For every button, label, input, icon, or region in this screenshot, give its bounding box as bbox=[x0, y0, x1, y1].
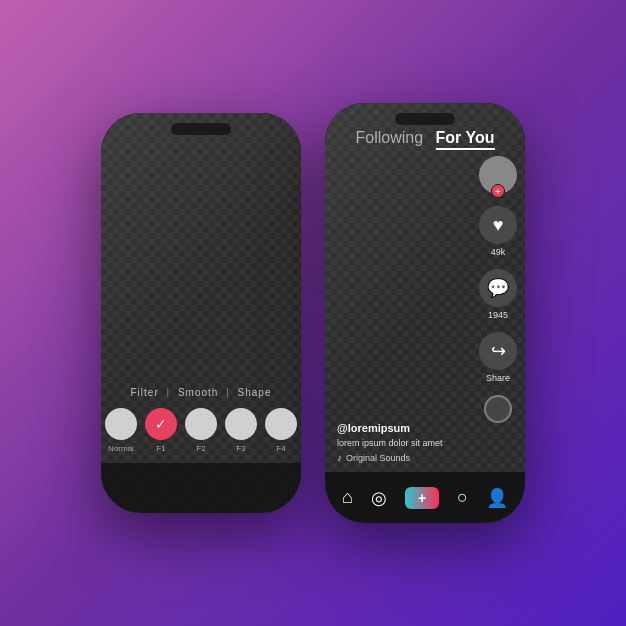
add-button[interactable]: + bbox=[405, 487, 439, 509]
camera-preview bbox=[101, 113, 301, 513]
filter-circles: Normal ✓ F1 F2 F3 bbox=[101, 408, 301, 453]
camera-bottom-nav bbox=[101, 463, 301, 513]
comment-icon: 💬 bbox=[487, 277, 509, 299]
tab-following[interactable]: Following bbox=[355, 129, 423, 146]
filter-sep-1: | bbox=[167, 387, 174, 398]
filter-f4[interactable]: F4 bbox=[265, 408, 297, 453]
tiktok-top-nav: Following For You bbox=[325, 129, 525, 147]
disc-icon[interactable] bbox=[484, 395, 512, 423]
comment-circle[interactable]: 💬 bbox=[479, 269, 517, 307]
filter-labels: Filter | Smooth | Shape bbox=[101, 387, 301, 398]
right-screen: Following For You + ♥ 49k bbox=[325, 103, 525, 523]
video-username[interactable]: @loremipsum bbox=[337, 422, 475, 434]
nav-profile[interactable]: 👤 bbox=[486, 487, 508, 509]
filter-normal-label: Normal bbox=[108, 444, 134, 453]
filter-f1[interactable]: ✓ F1 bbox=[145, 408, 177, 453]
home-icon: ⌂ bbox=[342, 487, 353, 508]
discover-icon: ◎ bbox=[371, 487, 387, 509]
filter-f3-label: F3 bbox=[236, 444, 245, 453]
profile-icon: 👤 bbox=[486, 487, 508, 509]
sound-name: Original Sounds bbox=[346, 453, 410, 463]
phone-left: Filter | Smooth | Shape Normal ✓ bbox=[101, 113, 301, 513]
nav-inbox[interactable]: ○ bbox=[457, 487, 468, 508]
inbox-icon: ○ bbox=[457, 487, 468, 508]
filter-f3-circle[interactable] bbox=[225, 408, 257, 440]
tiktok-bottom-nav: ⌂ ◎ + ○ 👤 bbox=[325, 471, 525, 523]
like-circle[interactable]: ♥ bbox=[479, 206, 517, 244]
tab-for-you[interactable]: For You bbox=[436, 129, 495, 150]
phones-container: Filter | Smooth | Shape Normal ✓ bbox=[101, 103, 525, 523]
nav-discover[interactable]: ◎ bbox=[371, 487, 387, 509]
comments-count: 1945 bbox=[488, 310, 508, 320]
likes-count: 49k bbox=[491, 247, 506, 257]
checkmark-icon: ✓ bbox=[155, 416, 167, 432]
phone-right: Following For You + ♥ 49k bbox=[325, 103, 525, 523]
filter-f2-circle[interactable] bbox=[185, 408, 217, 440]
share-circle[interactable]: ↪ bbox=[479, 332, 517, 370]
filter-normal[interactable]: Normal bbox=[105, 408, 137, 453]
action-like[interactable]: ♥ 49k bbox=[479, 206, 517, 257]
action-avatar[interactable]: + bbox=[479, 156, 517, 194]
shape-label: Shape bbox=[238, 387, 272, 398]
filter-f2-label: F2 bbox=[196, 444, 205, 453]
video-info: @loremipsum lorem ipsum dolor sit amet ♪… bbox=[337, 422, 475, 463]
nav-home[interactable]: ⌂ bbox=[342, 487, 353, 508]
action-disc[interactable] bbox=[484, 395, 512, 423]
avatar-circle[interactable]: + bbox=[479, 156, 517, 194]
share-icon: ↪ bbox=[491, 340, 506, 362]
action-comment[interactable]: 💬 1945 bbox=[479, 269, 517, 320]
filter-normal-circle[interactable] bbox=[105, 408, 137, 440]
filter-bar: Filter | Smooth | Shape Normal ✓ bbox=[101, 387, 301, 453]
filter-sep-2: | bbox=[226, 387, 233, 398]
tiktok-actions: + ♥ 49k 💬 1945 bbox=[479, 156, 517, 423]
heart-icon: ♥ bbox=[493, 215, 504, 236]
sound-row: ♪ Original Sounds bbox=[337, 452, 475, 463]
share-label: Share bbox=[486, 373, 510, 383]
filter-f3[interactable]: F3 bbox=[225, 408, 257, 453]
filter-f4-circle[interactable] bbox=[265, 408, 297, 440]
filter-f4-label: F4 bbox=[276, 444, 285, 453]
filter-f2[interactable]: F2 bbox=[185, 408, 217, 453]
filter-f1-label: F1 bbox=[156, 444, 165, 453]
smooth-label: Smooth bbox=[178, 387, 218, 398]
follow-plus-icon[interactable]: + bbox=[491, 184, 505, 198]
filter-f1-circle[interactable]: ✓ bbox=[145, 408, 177, 440]
left-screen: Filter | Smooth | Shape Normal ✓ bbox=[101, 113, 301, 513]
nav-add[interactable]: + bbox=[405, 487, 439, 509]
action-share[interactable]: ↪ Share bbox=[479, 332, 517, 383]
music-note-icon: ♪ bbox=[337, 452, 342, 463]
filter-label: Filter bbox=[131, 387, 159, 398]
video-description: lorem ipsum dolor sit amet bbox=[337, 438, 475, 448]
